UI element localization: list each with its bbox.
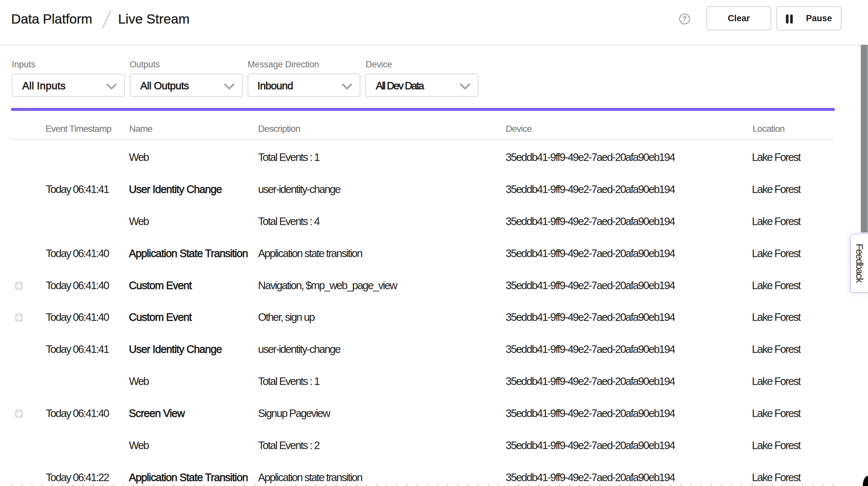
svg-text:?: ? bbox=[682, 15, 686, 23]
